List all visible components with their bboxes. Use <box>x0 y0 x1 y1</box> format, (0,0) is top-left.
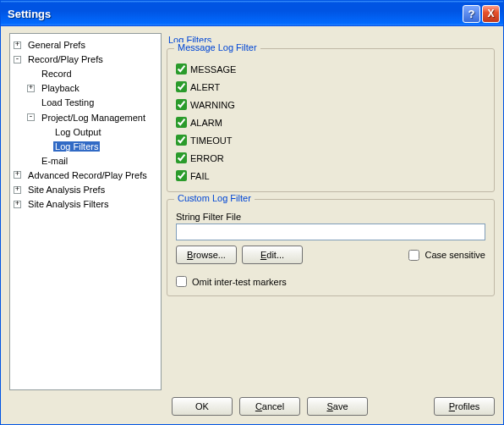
nav-tree-pane: + General Prefs - Record/Play Prefs Reco… <box>9 33 162 390</box>
no-expander-icon <box>27 70 35 78</box>
filter-row-message: MESSAGE <box>176 63 485 75</box>
tree-label: Load Testing <box>40 97 96 108</box>
tree-label: Record/Play Prefs <box>26 54 105 64</box>
filter-label: FAIL <box>190 171 210 181</box>
help-button[interactable]: ? <box>463 5 480 23</box>
dialog-button-bar: OK Cancel Save Profiles <box>9 390 495 416</box>
filter-checkbox-fail[interactable] <box>176 170 187 181</box>
group-legend: Message Log Filter <box>174 42 260 52</box>
plus-icon[interactable]: + <box>14 186 21 194</box>
profiles-button[interactable]: Profiles <box>434 397 495 416</box>
tree-label: Log Output <box>53 127 102 137</box>
plus-icon[interactable]: + <box>14 41 21 49</box>
filter-checkbox-message[interactable] <box>176 63 187 75</box>
main-area: + General Prefs - Record/Play Prefs Reco… <box>9 33 495 390</box>
omit-markers-label: Omit inter-test markers <box>192 277 287 287</box>
filter-label: TIMEOUT <box>190 135 233 146</box>
dialog-body: + General Prefs - Record/Play Prefs Reco… <box>1 26 503 424</box>
tree-label: General Prefs <box>26 40 87 50</box>
content-pane: Log Filters Message Log Filter MESSAGE A… <box>167 33 495 390</box>
filter-row-fail: FAIL <box>176 170 485 181</box>
filter-checkbox-warning[interactable] <box>176 99 187 110</box>
browse-button[interactable]: Browse... <box>176 246 237 264</box>
custom-filter-buttons-row: Browse... Edit... Case sensitive <box>176 246 485 264</box>
tree-label: Playback <box>40 83 81 93</box>
tree-item-proj-log-mgmt[interactable]: - Project/Log Management Log Output <box>27 109 159 152</box>
filter-checkbox-timeout[interactable] <box>176 135 187 146</box>
case-sensitive-checkbox[interactable] <box>408 250 419 261</box>
titlebar-buttons: ? X <box>463 5 500 23</box>
filter-checkbox-error[interactable] <box>176 152 187 163</box>
tree-label: Log Filters <box>53 141 100 152</box>
tree-item-site-analysis-filters[interactable]: + Site Analysis Filters <box>14 196 159 211</box>
minus-icon[interactable]: - <box>27 113 35 121</box>
filter-row-timeout: TIMEOUT <box>176 135 485 146</box>
tree-item-email[interactable]: E-mail <box>27 153 159 168</box>
settings-window: Settings ? X + General Prefs - Recor <box>0 0 504 425</box>
tree-label: Advanced Record/Play Prefs <box>26 170 149 180</box>
tree-label: Project/Log Management <box>40 113 147 123</box>
string-filter-file-label: String Filter File <box>176 212 485 222</box>
case-sensitive-label: Case sensitive <box>425 250 485 260</box>
tree-item-record[interactable]: Record <box>27 66 159 80</box>
tree-item-log-output[interactable]: Log Output <box>41 124 159 139</box>
edit-button[interactable]: Edit... <box>242 246 303 264</box>
filter-checkbox-alert[interactable] <box>176 81 187 92</box>
filter-label: MESSAGE <box>190 64 236 75</box>
filter-label: ERROR <box>190 153 224 163</box>
tree-label: Site Analysis Filters <box>26 199 110 209</box>
no-expander-icon <box>41 128 48 135</box>
filter-checkbox-alarm[interactable] <box>176 117 187 128</box>
filter-row-alarm: ALARM <box>176 117 485 128</box>
window-title: Settings <box>8 8 463 20</box>
minus-icon[interactable]: - <box>14 56 21 63</box>
group-legend: Custom Log Filter <box>174 193 255 203</box>
filter-row-error: ERROR <box>176 152 485 163</box>
omit-markers-checkbox[interactable] <box>176 276 187 287</box>
tree-label: Site Analysis Prefs <box>26 185 107 195</box>
message-log-filter-group: Message Log Filter MESSAGE ALERT WARNING <box>167 48 495 192</box>
filter-label: WARNING <box>190 100 235 110</box>
save-button[interactable]: Save <box>307 397 368 416</box>
plus-icon[interactable]: + <box>14 201 21 208</box>
plus-icon[interactable]: + <box>14 171 21 179</box>
tree-item-adv-record-play[interactable]: + Advanced Record/Play Prefs <box>14 168 159 182</box>
string-filter-file-input[interactable] <box>176 224 485 240</box>
close-button[interactable]: X <box>482 5 500 23</box>
cancel-button[interactable]: Cancel <box>239 397 300 416</box>
tree-label: Record <box>40 69 73 79</box>
filter-row-alert: ALERT <box>176 81 485 92</box>
tree-item-record-play-prefs[interactable]: - Record/Play Prefs Record + Playback <box>14 52 159 168</box>
omit-markers-row: Omit inter-test markers <box>176 276 485 287</box>
ok-button[interactable]: OK <box>172 397 233 416</box>
filter-row-warning: WARNING <box>176 99 485 110</box>
no-expander-icon <box>41 142 48 150</box>
no-expander-icon <box>27 157 35 164</box>
tree-item-site-analysis-prefs[interactable]: + Site Analysis Prefs <box>14 182 159 196</box>
no-expander-icon <box>27 99 35 107</box>
tree-item-load-testing[interactable]: Load Testing <box>27 95 159 109</box>
plus-icon[interactable]: + <box>27 85 35 92</box>
custom-log-filter-group: Custom Log Filter String Filter File Bro… <box>167 199 495 296</box>
tree-item-log-filters[interactable]: Log Filters <box>41 139 159 153</box>
tree-label: E-mail <box>40 156 69 166</box>
titlebar: Settings ? X <box>1 1 503 26</box>
tree-item-playback[interactable]: + Playback <box>27 80 159 95</box>
tree-item-general-prefs[interactable]: + General Prefs <box>14 37 159 52</box>
nav-tree[interactable]: + General Prefs - Record/Play Prefs Reco… <box>12 37 159 211</box>
filter-label: ALARM <box>190 118 222 128</box>
filter-label: ALERT <box>190 82 220 92</box>
